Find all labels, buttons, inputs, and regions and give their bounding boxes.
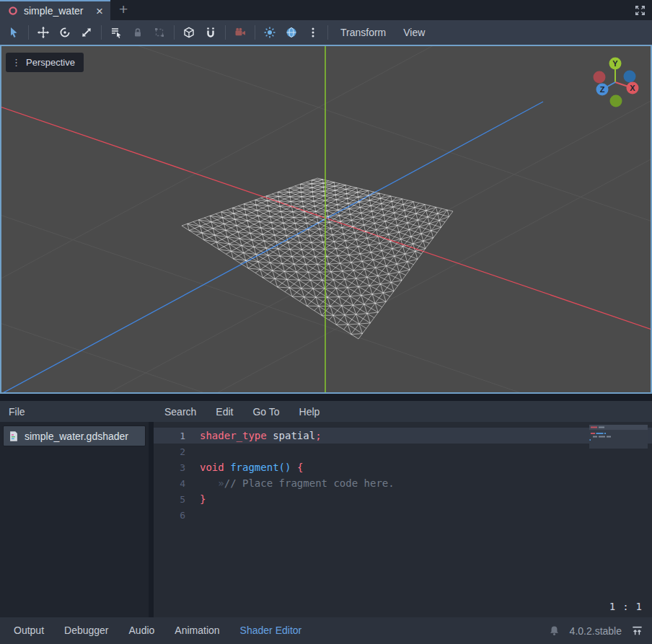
line-number: 5 (154, 494, 185, 505)
bottom-tab-audio[interactable]: Audio (124, 617, 160, 644)
fullscreen-icon (634, 4, 646, 17)
code-line-5[interactable]: 5} (154, 491, 652, 507)
help-menu[interactable]: Help (299, 406, 320, 418)
line-number: 4 (154, 478, 185, 489)
viewport-3d-canvas: Y X Z (1, 46, 651, 392)
panel-splitter[interactable] (0, 394, 652, 401)
group-selected-button[interactable] (149, 22, 170, 43)
code-text: »// Place fragment code here. (185, 477, 395, 489)
viewport-3d[interactable]: Y X Z ⋮ Perspective (0, 45, 652, 394)
code-lines: 1shader_type spatial;23void fragment() {… (154, 422, 652, 523)
gizmo-neg-z[interactable] (624, 71, 636, 83)
bottom-tab-debugger[interactable]: Debugger (59, 617, 114, 644)
rotate-tool-button[interactable] (54, 22, 76, 43)
toolbar-separator (327, 25, 328, 40)
rotate-icon (58, 26, 71, 39)
lock-icon (131, 26, 144, 39)
cube-icon (182, 26, 195, 39)
gizmo-neg-x[interactable] (594, 71, 606, 84)
shader-editor-menu-strip: File Search Edit Go To Help (0, 401, 652, 422)
line-number: 1 (154, 431, 185, 441)
scene-icon (7, 5, 19, 17)
toolbar-separator (225, 25, 226, 40)
viewport-menu-dots-icon: ⋮ (12, 57, 21, 68)
shader-file-list: simple_water.gdshader (0, 422, 149, 617)
code-line-2[interactable]: 2 (154, 444, 652, 459)
scene-tab-bar: simple_water × + (0, 0, 652, 20)
water-mesh (182, 178, 453, 339)
toolbar-separator (174, 25, 175, 40)
z-axis-line (1, 102, 543, 392)
new-tab-button[interactable]: + (110, 0, 136, 20)
sun-icon (263, 26, 276, 39)
preview-sunlight-button[interactable] (259, 22, 281, 43)
bottom-tab-shader-editor[interactable]: Shader Editor (235, 617, 307, 644)
line-number: 6 (154, 510, 185, 521)
shader-editor-panel: simple_water.gdshader 1shader_type spati… (0, 422, 652, 617)
code-line-4[interactable]: 4 »// Place fragment code here. (154, 475, 652, 491)
camera-icon (234, 26, 247, 39)
shader-file-icon (8, 431, 19, 442)
select-tool-button[interactable] (3, 22, 25, 43)
cursor-position: 1:1 (602, 601, 642, 612)
three-dots-icon (307, 26, 320, 39)
gizmo-x-label: X (630, 84, 635, 92)
list-select-icon (110, 26, 123, 39)
group-icon (153, 26, 166, 39)
local-space-button[interactable] (178, 22, 200, 43)
notification-bell-icon[interactable] (548, 625, 560, 637)
move-icon (37, 26, 50, 39)
perspective-mode-button[interactable]: ⋮ Perspective (6, 53, 84, 72)
bottom-tab-animation[interactable]: Animation (169, 617, 224, 644)
version-label[interactable]: 4.0.2.stable (570, 625, 622, 637)
toolbar-separator (255, 25, 255, 40)
gizmo-neg-y[interactable] (610, 95, 622, 107)
tab-close-icon[interactable]: × (94, 5, 105, 17)
snap-mode-button[interactable] (200, 22, 221, 43)
code-line-6[interactable]: 6 (154, 507, 652, 523)
perspective-label: Perspective (26, 57, 75, 68)
file-menu[interactable]: File (9, 406, 25, 418)
extra-options-button[interactable] (302, 22, 324, 43)
scale-tool-button[interactable] (76, 22, 97, 43)
shader-code-editor[interactable]: 1shader_type spatial;23void fragment() {… (154, 422, 652, 617)
code-text: } (185, 493, 206, 505)
file-name: simple_water.gdshader (25, 431, 128, 442)
code-text: shader_type spatial; (185, 430, 322, 441)
gizmo-y-label: Y (612, 59, 618, 68)
edit-menu[interactable]: Edit (216, 406, 233, 418)
preview-environment-button[interactable] (281, 22, 302, 43)
file-list-splitter[interactable] (149, 422, 154, 617)
code-minimap[interactable] (589, 425, 648, 449)
code-line-3[interactable]: 3void fragment() { (154, 459, 652, 475)
toolbar-separator (28, 25, 29, 40)
distraction-free-button[interactable] (628, 0, 652, 20)
move-tool-button[interactable] (32, 22, 54, 43)
list-select-tool-button[interactable] (105, 22, 127, 43)
gizmo-z-label: Z (600, 85, 605, 94)
axes-over-mesh (1, 102, 651, 392)
snap-magnet-icon (204, 26, 217, 39)
goto-menu[interactable]: Go To (252, 406, 279, 418)
axis-gizmo[interactable]: Y X Z (594, 58, 639, 107)
godot-editor-window: simple_water × + (0, 0, 652, 644)
line-number: 3 (154, 462, 185, 473)
select-cursor-icon (7, 26, 20, 39)
scene-tab-simple-water[interactable]: simple_water × (0, 0, 110, 20)
scene-tab-title: simple_water (24, 5, 89, 17)
file-list-item-selected[interactable]: simple_water.gdshader (3, 425, 146, 446)
toolbar-separator (101, 25, 102, 40)
code-line-1[interactable]: 1shader_type spatial; (154, 428, 652, 444)
search-menu[interactable]: Search (164, 406, 196, 418)
code-text: void fragment() { (185, 462, 303, 473)
cursor-separator: : (622, 601, 628, 612)
view-menu[interactable]: View (395, 22, 433, 43)
tab-spacer (136, 0, 628, 20)
preview-camera-button[interactable] (229, 22, 251, 43)
line-number: 2 (154, 446, 185, 457)
cursor-line: 1 (609, 601, 615, 612)
expand-bottom-panel-icon[interactable] (631, 625, 643, 637)
transform-menu[interactable]: Transform (332, 22, 395, 43)
bottom-tab-output[interactable]: Output (9, 617, 49, 644)
lock-selected-button[interactable] (127, 22, 149, 43)
